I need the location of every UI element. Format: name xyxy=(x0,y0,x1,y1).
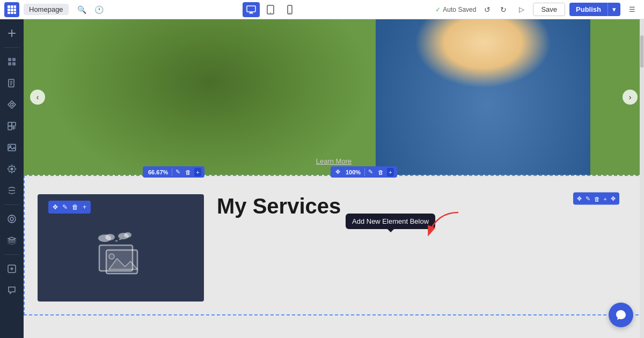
svg-rect-19 xyxy=(12,58,16,61)
svg-point-33 xyxy=(8,215,16,223)
title-more-icon[interactable]: ✥ xyxy=(610,194,617,203)
page-tab[interactable]: Homepage xyxy=(24,4,69,15)
toolbar-divider xyxy=(172,168,172,176)
svg-rect-21 xyxy=(12,62,16,65)
undo-button[interactable]: ↺ xyxy=(480,3,494,17)
title-delete-icon[interactable]: 🗑 xyxy=(593,194,601,203)
sidebar-item-add[interactable] xyxy=(2,24,21,43)
redo-button[interactable]: ↻ xyxy=(496,3,510,17)
svg-point-32 xyxy=(11,168,13,171)
svg-rect-6 xyxy=(8,12,10,14)
publish-button-group[interactable]: Publish ▾ xyxy=(569,3,620,16)
hero-next-button[interactable]: › xyxy=(623,90,638,105)
sidebar-divider-1 xyxy=(4,47,19,48)
placeholder-svg xyxy=(91,226,150,275)
main-layout: ‹ › Learn More ✥ ✎ 🗑 + 66.67% ✎ 🗑 + xyxy=(0,19,644,338)
toolbar-divider-2 xyxy=(364,168,365,176)
preview-button[interactable]: ▷ xyxy=(515,3,529,17)
content-row: My Services ✥ ✎ 🗑 + ✥ xyxy=(38,189,630,302)
apps-icon[interactable] xyxy=(4,2,19,17)
title-add-icon[interactable]: + xyxy=(603,194,608,203)
sidebar-item-blocks[interactable] xyxy=(2,52,21,71)
sidebar-divider-3 xyxy=(4,254,19,255)
svg-point-46 xyxy=(109,254,114,259)
svg-point-43 xyxy=(124,232,131,238)
svg-rect-27 xyxy=(8,122,12,126)
tooltip-arrow xyxy=(387,229,394,232)
svg-point-34 xyxy=(10,217,13,221)
svg-point-41 xyxy=(105,234,115,240)
svg-point-26 xyxy=(11,104,13,106)
svg-rect-29 xyxy=(8,126,12,130)
sidebar-item-pages[interactable] xyxy=(2,74,21,93)
add-icon[interactable]: + xyxy=(82,202,87,212)
sidebar-divider-2 xyxy=(4,204,19,205)
sidebar-item-more[interactable] xyxy=(2,181,21,200)
sidebar-item-layers[interactable] xyxy=(2,231,21,250)
svg-rect-4 xyxy=(11,9,13,11)
publish-dropdown-arrow[interactable]: ▾ xyxy=(608,3,620,16)
svg-rect-8 xyxy=(14,12,16,14)
hero-section: ‹ › Learn More xyxy=(24,19,644,175)
edit-icon[interactable]: ✎ xyxy=(61,202,69,212)
learn-more-link[interactable]: Learn More xyxy=(316,157,352,165)
sidebar xyxy=(0,19,24,338)
toolbar-title-delete-icon[interactable]: 🗑 xyxy=(376,168,385,177)
auto-saved-status: ✓ Auto Saved xyxy=(435,6,476,13)
red-arrow-annotation xyxy=(415,210,464,242)
save-button[interactable]: Save xyxy=(533,3,565,16)
svg-rect-10 xyxy=(250,12,253,13)
percentage-label: 66.67% xyxy=(146,169,170,175)
toolbar-title-edit-icon[interactable]: ✎ xyxy=(367,167,375,177)
svg-rect-5 xyxy=(14,9,16,11)
hero-figure-image xyxy=(376,19,590,175)
desktop-device-btn[interactable] xyxy=(243,2,260,17)
svg-point-13 xyxy=(270,12,272,13)
toolbar-add-icon[interactable]: + xyxy=(194,168,201,177)
image-icon-group xyxy=(91,226,150,269)
chat-bubble-button[interactable] xyxy=(609,303,633,327)
sidebar-item-bottom2[interactable] xyxy=(2,281,21,300)
publish-label: Publish xyxy=(569,3,608,16)
sidebar-item-components[interactable] xyxy=(2,116,21,136)
check-icon: ✓ xyxy=(435,6,441,13)
svg-rect-20 xyxy=(8,62,11,65)
hamburger-menu-button[interactable]: ☰ xyxy=(625,2,640,17)
delete-icon[interactable]: 🗑 xyxy=(71,202,79,212)
svg-rect-18 xyxy=(8,58,11,61)
content-section: 66.67% ✎ 🗑 + ✥ 100% ✎ 🗑 + xyxy=(24,175,644,315)
sidebar-item-blog[interactable] xyxy=(2,209,21,229)
sidebar-item-media[interactable] xyxy=(2,138,21,157)
title-move-icon[interactable]: ✥ xyxy=(576,194,583,203)
title-edit-icon[interactable]: ✎ xyxy=(584,194,591,203)
tablet-device-btn[interactable] xyxy=(262,2,279,17)
element-toolbar-title: ✥ 100% ✎ 🗑 + xyxy=(331,166,397,178)
outer-section-toolbar: ✥ ✎ 🗑 + xyxy=(48,201,91,214)
topbar-icons: 🔍 🕐 xyxy=(75,3,106,17)
svg-rect-2 xyxy=(14,5,16,8)
svg-rect-28 xyxy=(12,122,16,126)
toolbar-title-add-icon[interactable]: + xyxy=(387,168,393,177)
undo-redo-group: ↺ ↻ xyxy=(480,3,510,17)
toolbar-edit-icon[interactable]: ✎ xyxy=(174,167,182,177)
hero-prev-button[interactable]: ‹ xyxy=(30,90,45,105)
search-icon[interactable]: 🔍 xyxy=(75,3,89,17)
svg-point-15 xyxy=(290,12,291,13)
topbar-right: ✓ Auto Saved ↺ ↻ ▷ Save Publish ▾ ☰ xyxy=(435,2,640,17)
scrollbar[interactable] xyxy=(640,19,644,338)
svg-rect-9 xyxy=(247,6,255,12)
svg-rect-3 xyxy=(8,9,10,11)
toolbar-title-move-icon[interactable]: ✥ xyxy=(334,167,342,177)
sidebar-item-bottom1[interactable] xyxy=(2,259,21,278)
move-icon[interactable]: ✥ xyxy=(52,202,59,212)
history-icon[interactable]: 🕐 xyxy=(92,3,106,17)
element-toolbar-column: 66.67% ✎ 🗑 + xyxy=(143,166,204,178)
toolbar-delete-icon[interactable]: 🗑 xyxy=(184,168,193,177)
svg-rect-17 xyxy=(8,33,16,34)
title-inline-controls: ✥ ✎ 🗑 + ✥ xyxy=(573,193,619,205)
sidebar-item-settings[interactable] xyxy=(2,159,21,179)
sidebar-item-transform[interactable] xyxy=(2,95,21,114)
scrollbar-thumb[interactable] xyxy=(640,35,643,68)
svg-rect-0 xyxy=(8,5,10,8)
mobile-device-btn[interactable] xyxy=(281,2,298,17)
